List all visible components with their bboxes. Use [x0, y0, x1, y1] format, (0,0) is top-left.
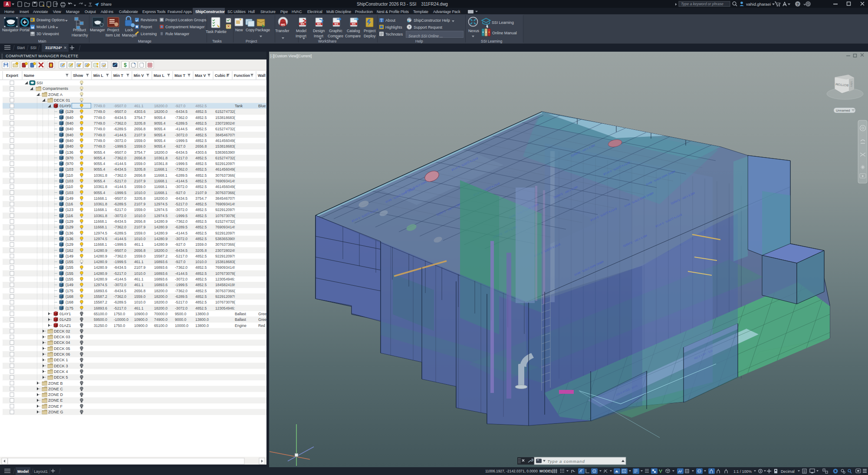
- svg-text:MODEL: MODEL: [539, 469, 553, 473]
- svg-text:Layout1: Layout1: [34, 469, 48, 474]
- svg-text:11006.1927, -2142.0371, 0.0000: 11006.1927, -2142.0371, 0.0000: [485, 469, 538, 473]
- svg-text:Model: Model: [17, 469, 29, 474]
- svg-text:Decimal: Decimal: [781, 469, 795, 474]
- svg-text:1:1 / 100%: 1:1 / 100%: [733, 469, 752, 474]
